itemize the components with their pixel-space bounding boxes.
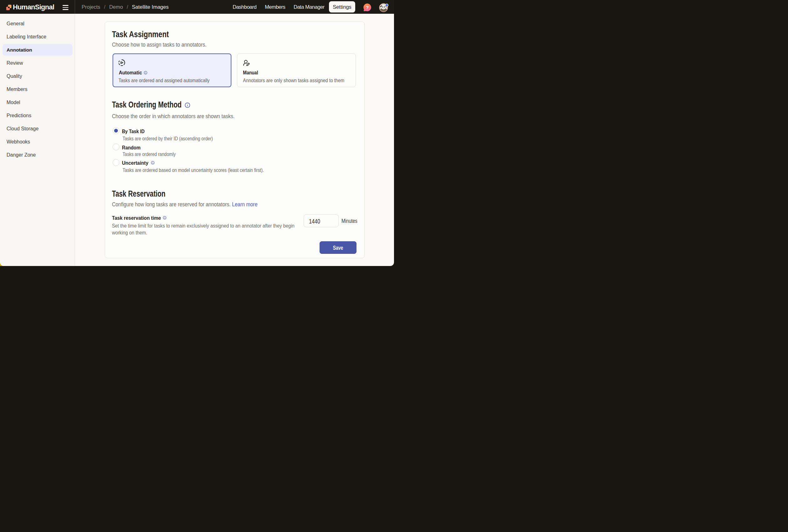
svg-text:?: ?: [366, 5, 369, 10]
